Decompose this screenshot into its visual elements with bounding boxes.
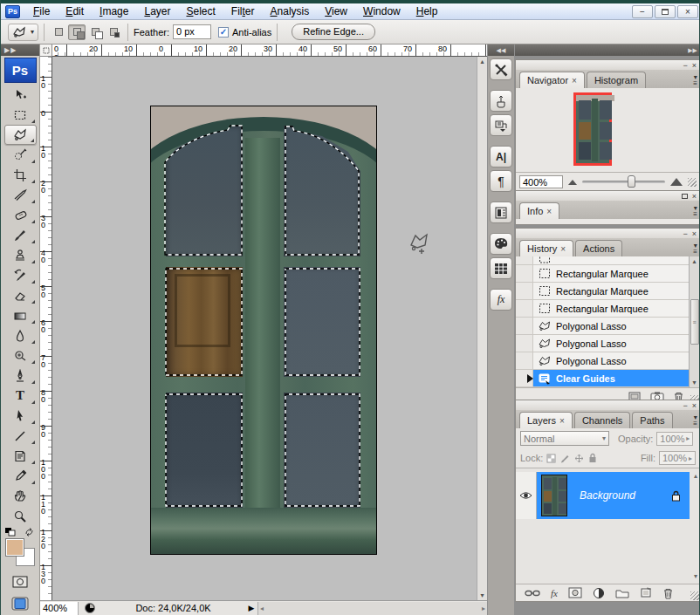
pen-tool-button[interactable] bbox=[4, 366, 37, 386]
eyedropper-tool-button[interactable] bbox=[4, 466, 37, 486]
character-panel-button[interactable]: A| bbox=[490, 146, 512, 167]
crop-tool-button[interactable] bbox=[4, 165, 37, 185]
menu-file[interactable]: File bbox=[25, 3, 58, 19]
panel-close-icon[interactable]: × bbox=[692, 61, 697, 70]
line-shape-tool-button[interactable] bbox=[4, 426, 37, 446]
history-source-slot[interactable] bbox=[516, 335, 533, 352]
menu-edit[interactable]: Edit bbox=[58, 3, 92, 19]
layer-visibility-toggle[interactable] bbox=[516, 472, 537, 519]
menu-window[interactable]: Window bbox=[355, 3, 408, 19]
history-step[interactable]: Polygonal Lasso bbox=[516, 318, 700, 335]
panels-collapse-bar[interactable]: ▶▶ bbox=[515, 44, 700, 56]
delete-layer-trash-button[interactable] bbox=[662, 587, 674, 599]
eraser-tool-button[interactable] bbox=[4, 285, 37, 305]
menu-select[interactable]: Select bbox=[178, 3, 223, 19]
gradient-tool-button[interactable] bbox=[4, 305, 37, 325]
history-source-slot[interactable] bbox=[516, 370, 533, 386]
adjustment-layer-button[interactable] bbox=[593, 587, 605, 599]
subtract-from-selection-button[interactable] bbox=[86, 24, 104, 40]
history-step[interactable]: Rectangular Marquee bbox=[516, 300, 700, 318]
brushes-panel-button[interactable] bbox=[490, 90, 512, 112]
zoom-in-icon[interactable] bbox=[670, 178, 683, 186]
intersect-selection-button[interactable] bbox=[105, 24, 122, 40]
panel-maximize-icon[interactable] bbox=[682, 194, 688, 199]
opacity-value[interactable]: 100%▸ bbox=[656, 432, 693, 446]
layer-comps-panel-button[interactable] bbox=[490, 202, 512, 223]
brush-tool-button[interactable] bbox=[4, 225, 37, 245]
styles-panel-button[interactable]: fx bbox=[490, 289, 512, 311]
clone-stamp-tool-button[interactable] bbox=[4, 245, 37, 265]
horizontal-ruler[interactable]: 02010010203040506070809 bbox=[52, 44, 487, 57]
canvas[interactable] bbox=[52, 57, 477, 600]
menu-layer[interactable]: Layer bbox=[136, 3, 178, 19]
history-step[interactable]: Rectangular Marquee bbox=[516, 283, 700, 300]
tab-navigator[interactable]: Navigator× bbox=[519, 72, 585, 88]
menu-help[interactable]: Help bbox=[408, 3, 446, 19]
lock-position-icon[interactable] bbox=[574, 454, 584, 463]
move-tool-button[interactable] bbox=[4, 85, 37, 105]
resize-grip[interactable] bbox=[688, 178, 697, 187]
fill-value[interactable]: 100%▸ bbox=[659, 451, 696, 465]
quick-mask-button[interactable] bbox=[4, 571, 37, 591]
clone-source-panel-button[interactable] bbox=[490, 114, 512, 136]
add-to-selection-button[interactable] bbox=[68, 24, 86, 40]
panel-minimize-icon[interactable]: − bbox=[683, 229, 687, 238]
history-source-slot[interactable] bbox=[516, 283, 533, 299]
history-source-slot[interactable] bbox=[516, 265, 533, 282]
tab-info[interactable]: Info× bbox=[519, 202, 559, 219]
document-image[interactable] bbox=[151, 106, 376, 554]
tab-histogram[interactable]: Histogram bbox=[587, 72, 646, 88]
history-step-selected[interactable]: Clear Guides bbox=[516, 370, 700, 387]
tool-presets-panel-button[interactable] bbox=[490, 58, 512, 80]
menu-image[interactable]: Image bbox=[92, 3, 136, 19]
quick-selection-tool-button[interactable] bbox=[4, 145, 37, 165]
history-scrollbar[interactable]: ▴ ≡ ▾ bbox=[689, 256, 699, 387]
dodge-tool-button[interactable] bbox=[4, 345, 37, 366]
foreground-color-swatch[interactable] bbox=[5, 538, 24, 557]
antialias-checkbox[interactable]: ✓ bbox=[218, 27, 229, 38]
tab-close-icon[interactable]: × bbox=[572, 76, 577, 85]
menu-filter[interactable]: Filter bbox=[223, 3, 263, 19]
panel-menu-icon[interactable]: ▾≡ bbox=[693, 74, 697, 86]
history-step[interactable]: Rectangular Marquee bbox=[516, 265, 700, 283]
scroll-right-icon[interactable]: ▸ bbox=[482, 605, 485, 612]
add-layer-mask-button[interactable] bbox=[568, 587, 582, 598]
history-step-partial[interactable] bbox=[516, 256, 700, 265]
blur-tool-button[interactable] bbox=[4, 325, 37, 345]
scroll-up-icon[interactable]: ▴ bbox=[692, 257, 696, 265]
feather-input[interactable]: 0 px bbox=[173, 24, 211, 39]
blend-mode-dropdown[interactable]: Normal▾ bbox=[520, 431, 609, 446]
new-selection-button[interactable] bbox=[50, 24, 67, 40]
status-zoom-input[interactable]: 400% bbox=[40, 602, 79, 615]
panel-menu-icon[interactable]: ▾≡ bbox=[693, 414, 697, 427]
menu-analysis[interactable]: Analysis bbox=[263, 3, 318, 19]
tab-close-icon[interactable]: × bbox=[560, 244, 566, 254]
layer-thumbnail[interactable] bbox=[541, 475, 567, 516]
history-step[interactable]: Polygonal Lasso bbox=[516, 352, 700, 370]
panel-close-icon[interactable]: × bbox=[692, 229, 697, 238]
panel-menu-icon[interactable]: ▾≡ bbox=[693, 243, 697, 255]
path-selection-tool-button[interactable] bbox=[4, 406, 37, 426]
navigator-proxy-view[interactable] bbox=[573, 92, 612, 166]
swatches-panel-button[interactable] bbox=[490, 233, 512, 255]
history-source-slot[interactable] bbox=[516, 352, 533, 369]
panel-minimize-icon[interactable]: − bbox=[683, 61, 687, 70]
scroll-up-icon[interactable]: ▴ bbox=[480, 58, 484, 65]
tab-channels[interactable]: Channels bbox=[574, 412, 630, 428]
layer-style-button[interactable]: fx bbox=[551, 588, 558, 598]
resize-grip[interactable] bbox=[690, 591, 699, 600]
notes-tool-button[interactable] bbox=[4, 446, 37, 466]
history-step[interactable]: Polygonal Lasso bbox=[516, 335, 700, 352]
history-brush-tool-button[interactable] bbox=[4, 265, 37, 285]
layer-name[interactable]: Background bbox=[580, 489, 635, 502]
type-tool-button[interactable]: T bbox=[4, 386, 37, 406]
panel-close-icon[interactable]: × bbox=[692, 401, 697, 410]
vertical-scrollbar[interactable]: ▴ ▾ bbox=[477, 57, 487, 600]
scroll-down-icon[interactable]: ▾ bbox=[692, 379, 696, 386]
scroll-left-icon[interactable]: ◂ bbox=[260, 605, 264, 612]
new-group-button[interactable] bbox=[615, 588, 629, 598]
tab-layers[interactable]: Layers× bbox=[519, 412, 573, 428]
lock-transparency-icon[interactable] bbox=[546, 454, 556, 463]
scrollbar-thumb[interactable]: ≡ bbox=[690, 299, 699, 345]
history-source-slot[interactable] bbox=[516, 256, 533, 264]
